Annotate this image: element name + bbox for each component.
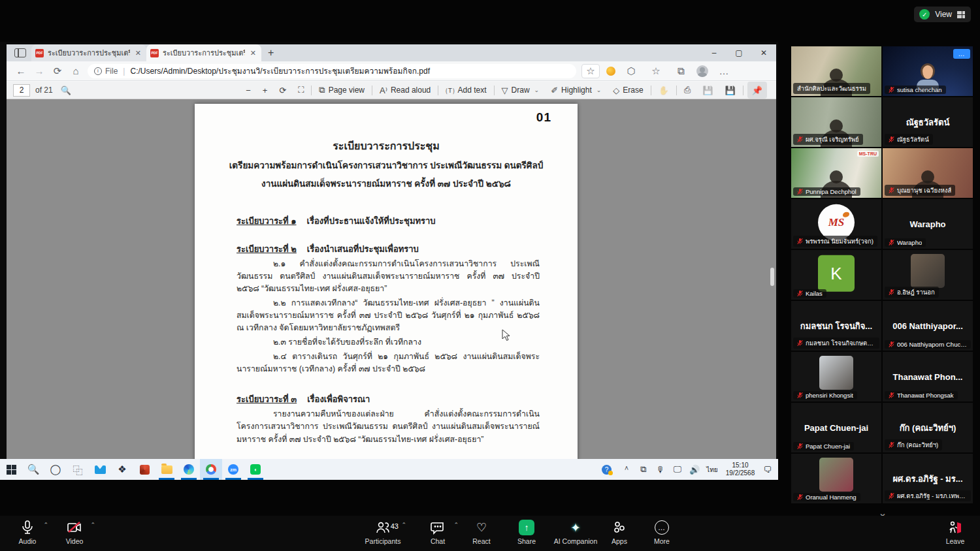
participant-tile[interactable]: 006 Natthiyapor...006 Natthiyaporn Chuch… [883, 301, 973, 351]
refresh-icon[interactable]: ⟳ [48, 65, 67, 77]
taskbar-clock[interactable]: 15:10 19/2/2568 [722, 462, 759, 478]
participant-tile[interactable]: …sutisa chenchan [883, 46, 973, 96]
close-button[interactable]: ✕ [751, 44, 776, 61]
forward-icon[interactable]: → [30, 65, 48, 76]
participant-tile[interactable]: บุณยานุช เฉวียงหงส์ [883, 148, 973, 198]
tray-expand-icon[interactable]: ＾ [619, 464, 634, 475]
pdf-content-area[interactable]: 01 ระเบียบวาระการประชุม เตรียมความพร้อมก… [7, 99, 776, 459]
restore-button[interactable]: ▢ [727, 44, 751, 61]
zoom-app-icon[interactable]: zm [222, 459, 244, 480]
microphone-tray-icon[interactable]: 🎙 [653, 465, 668, 475]
participant-tile[interactable]: ก๊ก (คณะวิทย์ฯ)ก๊ก (คณะวิทย์ฯ) [883, 403, 973, 452]
chrome-icon[interactable] [200, 459, 222, 480]
react-button[interactable]: ♡ React [457, 519, 506, 545]
tile-menu-button[interactable]: … [953, 49, 970, 59]
profile-avatar[interactable] [696, 65, 708, 77]
page-total-label: of 21 [35, 86, 53, 95]
task-view-icon[interactable]: ⿻ [67, 459, 89, 480]
participant-tile[interactable]: KKailas [791, 250, 881, 300]
print-icon[interactable]: ⎙ [678, 82, 696, 99]
mail-icon[interactable] [89, 459, 111, 480]
line-app-icon[interactable]: ◖ [244, 459, 267, 480]
page-view-button[interactable]: ⧉Page view [313, 82, 370, 99]
participant-tile[interactable]: ผศ.จรุณี เจริญทรัพย์ [791, 97, 881, 147]
participant-tile[interactable]: อ.อิษฎ์ รานอก [883, 250, 973, 300]
minimize-button[interactable]: – [702, 44, 727, 61]
participant-tile[interactable]: Papat Chuen-jaiPapat Chuen-jai [791, 403, 881, 452]
notification-center-icon[interactable]: 🗨 [760, 465, 776, 475]
pdf-toolbar: of 21 🔍 − + ⟳ ⛶ ⧉Page view A⁾Read aloud … [7, 82, 776, 99]
edge-icon[interactable] [178, 459, 200, 480]
erase-button[interactable]: ◇Erase [607, 82, 649, 99]
address-bar[interactable]: i File | C:/Users/Admin/Desktop/ประชุมงา… [88, 64, 576, 78]
edge-browser-window: PDF ระเบียบวาระการประชุมเตรียมความพร้...… [7, 44, 776, 459]
collections-icon[interactable]: ⧉ [672, 65, 690, 77]
draw-button[interactable]: ▽Draw⌄ [496, 82, 546, 99]
help-tray-icon[interactable]: ? [602, 465, 617, 475]
agenda-item-3: ระเบียบวาระที่ ๓เรื่องเพื่อพิจารณา [237, 392, 540, 406]
cortana-icon[interactable]: ◯ [44, 459, 67, 480]
participant-name-tag: Warapho [885, 238, 926, 247]
settings-menu-icon[interactable]: … [715, 65, 733, 76]
view-label: View [935, 10, 952, 19]
chat-button[interactable]: ⌃ Chat [413, 519, 463, 545]
home-icon[interactable]: ⌂ [67, 65, 85, 76]
more-button[interactable]: … More [637, 519, 687, 545]
pdf-search-icon[interactable]: 🔍 [58, 82, 74, 99]
file-explorer-icon[interactable] [155, 459, 178, 480]
office-icon[interactable] [133, 459, 155, 480]
zoom-in-icon[interactable]: + [257, 82, 274, 99]
pin-toolbar-icon[interactable]: 📌 [747, 82, 767, 99]
display-tray-icon[interactable]: 🖵 [670, 464, 685, 475]
search-icon[interactable]: 🔍 [22, 459, 44, 480]
rotate-icon[interactable]: ⟳ [273, 82, 292, 99]
tab-close-icon[interactable]: ✕ [249, 49, 257, 57]
browser-tab-1[interactable]: PDF ระเบียบวาระการประชุมเตรียมความพร้...… [31, 44, 146, 61]
participant-tile[interactable]: ผศ.ดร.อภิรัฐ - มร...ผศ.ดร.อภิรัฐ - มรภ.เ… [883, 454, 973, 503]
browser-tab-2[interactable]: PDF ระเบียบวาระการประชุมเตรียมความพร้...… [146, 44, 261, 61]
read-aloud-button[interactable]: A⁾Read aloud [374, 82, 436, 99]
share-screen-icon: ↑ [519, 520, 534, 535]
audio-button[interactable]: ⌃ Audio [3, 519, 52, 545]
participant-name-tag: กมลชนก โรจนกิจเกษตร ดรส. [793, 338, 879, 349]
participant-tile[interactable]: WaraphoWarapho [883, 199, 973, 249]
video-button[interactable]: ⌃ Video [50, 519, 99, 545]
tab-close-icon[interactable]: ✕ [134, 49, 142, 57]
page-number-input[interactable] [13, 84, 30, 97]
extension-icon[interactable] [606, 67, 615, 76]
participant-tile[interactable]: Oranual Hanmeng [791, 454, 881, 503]
participant-tile[interactable]: กมลชนก โรจนกิจ...กมลชนก โรจนกิจเกษตร ดรส… [791, 301, 881, 351]
agenda-2-4: ๒.๔ ตารางเดินรถ วันศุกร์ที่ ๒๑ กุมภาพันธ… [237, 351, 540, 375]
participant-tile[interactable]: ณัฐธวัลรัตน์ณัฐธวัลรัตน์ [883, 97, 973, 147]
save-as-icon[interactable]: 💾 [719, 82, 742, 99]
participant-tile[interactable]: สำนักศิลปะและวัฒนธรรม [791, 46, 881, 96]
back-icon[interactable]: ← [12, 65, 30, 76]
dropbox-icon[interactable]: ❖ [111, 459, 133, 480]
extensions-puzzle-icon[interactable]: ⬡ [622, 65, 640, 77]
zoom-out-icon[interactable]: − [240, 82, 257, 99]
start-button[interactable] [0, 459, 22, 480]
share-button[interactable]: ↑ Share [502, 519, 551, 545]
tab-actions-icon[interactable] [14, 48, 26, 57]
volume-tray-icon[interactable]: 🔊 [687, 465, 702, 475]
scrollbar-thumb[interactable] [770, 268, 774, 286]
highlight-button[interactable]: ✐Highlight⌄ [545, 82, 607, 99]
leave-button[interactable]: Leave [930, 519, 980, 545]
participant-tile[interactable]: Thanawat Phon...Thanawat Phongsak [883, 352, 973, 401]
participant-tile[interactable]: MSพรพรรณ นิยมจันทร์(วจก) [791, 199, 881, 249]
mouse-cursor [502, 329, 511, 342]
add-text-button[interactable]: 🄣Add text [440, 82, 492, 99]
view-menu-button[interactable]: ✓ View [914, 7, 971, 22]
screen-share-tray-icon[interactable]: ⧉ [636, 464, 651, 475]
favorites-settings-icon[interactable]: ☆ [581, 64, 600, 78]
save-icon: 💾 [696, 82, 719, 99]
fit-to-width-icon[interactable]: ⛶ [292, 82, 310, 99]
participant-tile[interactable]: MS-TRUPunnipa Dechphol [791, 148, 881, 198]
new-tab-button[interactable]: + [268, 47, 274, 59]
page-info-icon[interactable]: i [94, 67, 102, 75]
participants-button[interactable]: 43⌃ Participants [358, 519, 408, 545]
ai-companion-button[interactable]: ✦ AI Companion [551, 519, 600, 545]
language-indicator[interactable]: ไทย [704, 465, 721, 475]
favorites-star-icon[interactable]: ☆ [647, 65, 665, 77]
participant-tile[interactable]: phensiri Khongsit [791, 352, 881, 401]
